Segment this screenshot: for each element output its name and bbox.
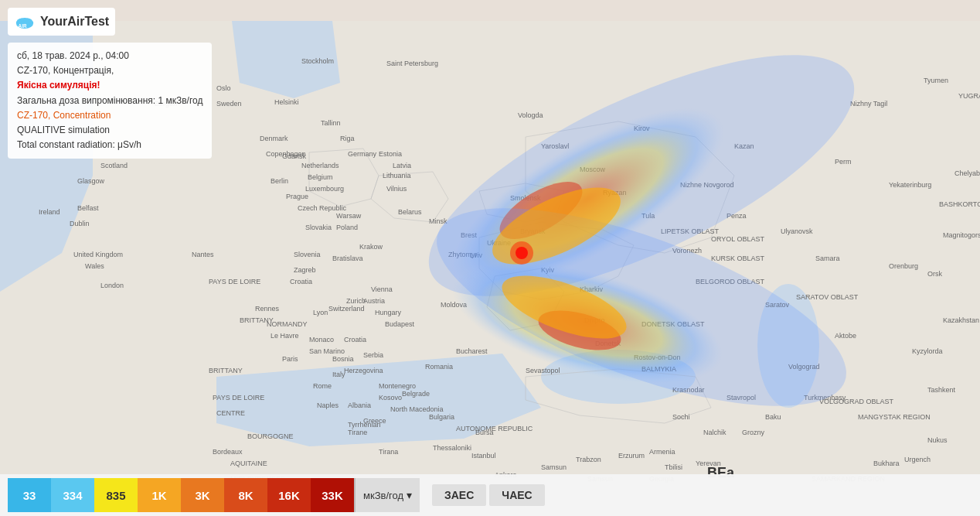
svg-text:Bukhara: Bukhara bbox=[873, 460, 900, 467]
dropdown-icon: ▾ bbox=[407, 489, 412, 501]
logo-text: YourAirTest bbox=[40, 15, 109, 29]
svg-text:KURSK OBLAST: KURSK OBLAST bbox=[711, 255, 765, 262]
info-substance-en: CZ-170, Concentration bbox=[17, 108, 202, 123]
svg-text:Samsun: Samsun bbox=[541, 463, 567, 471]
svg-text:Rennes: Rennes bbox=[255, 305, 280, 313]
svg-text:Croatia: Croatia bbox=[344, 336, 366, 343]
info-radiation: Total constant radiation: μSv/h bbox=[17, 138, 202, 152]
svg-text:Samara: Samara bbox=[815, 255, 840, 262]
svg-text:Yekaterinburg: Yekaterinburg bbox=[889, 181, 931, 189]
svg-text:Denmark: Denmark bbox=[260, 135, 288, 142]
svg-text:London: London bbox=[100, 282, 124, 289]
svg-text:Albania: Albania bbox=[348, 402, 371, 409]
svg-text:Magnitogorsk: Magnitogorsk bbox=[943, 231, 980, 239]
svg-text:Belfast: Belfast bbox=[77, 204, 99, 212]
scale-835[interactable]: 835 bbox=[94, 478, 138, 512]
svg-text:Kazakhstan: Kazakhstan bbox=[943, 316, 979, 324]
unit-selector[interactable]: мкЗв/год ▾ bbox=[354, 478, 420, 512]
svg-text:Dublin: Dublin bbox=[70, 220, 90, 227]
svg-text:Hungary: Hungary bbox=[375, 309, 402, 316]
scale-33k[interactable]: 33K bbox=[311, 478, 354, 512]
svg-text:Grozny: Grozny bbox=[742, 429, 765, 436]
svg-text:Tallinn: Tallinn bbox=[321, 119, 341, 127]
chaes-button[interactable]: ЧАЕС bbox=[489, 484, 544, 506]
svg-text:Slovenia: Slovenia bbox=[294, 251, 321, 258]
svg-text:Thessaloniki: Thessaloniki bbox=[433, 444, 471, 452]
svg-text:Luxembourg: Luxembourg bbox=[305, 185, 344, 193]
svg-text:Tyrrhenian: Tyrrhenian bbox=[348, 421, 381, 429]
svg-text:Scotland: Scotland bbox=[100, 162, 128, 169]
svg-text:Bucharest: Bucharest bbox=[456, 347, 488, 355]
svg-text:Chelyabinsk: Chelyabinsk bbox=[954, 169, 980, 177]
info-datetime: сб, 18 трав. 2024 р., 04:00 bbox=[17, 49, 202, 63]
svg-text:Serbia: Serbia bbox=[363, 351, 383, 359]
svg-text:Kosovo: Kosovo bbox=[379, 394, 402, 402]
svg-text:Urgench: Urgench bbox=[904, 456, 931, 463]
svg-text:Vienna: Vienna bbox=[371, 285, 393, 293]
svg-text:Tirane: Tirane bbox=[348, 429, 367, 436]
svg-text:Budapest: Budapest bbox=[385, 320, 415, 328]
zaes-button[interactable]: ЗАЕС bbox=[432, 484, 486, 506]
cloud-icon: AIR bbox=[14, 11, 36, 32]
scale-33[interactable]: 33 bbox=[8, 478, 51, 512]
svg-text:Montenegro: Montenegro bbox=[379, 382, 416, 390]
svg-text:Saint Petersburg: Saint Petersburg bbox=[386, 60, 438, 67]
svg-text:Italy: Italy bbox=[332, 371, 345, 378]
svg-text:Tirana: Tirana bbox=[379, 448, 398, 456]
svg-text:AQUITAINE: AQUITAINE bbox=[230, 460, 267, 467]
svg-text:Bulgaria: Bulgaria bbox=[429, 413, 454, 421]
svg-text:Orsk: Orsk bbox=[927, 270, 942, 278]
svg-text:MANGYSTAK REGION: MANGYSTAK REGION bbox=[858, 413, 931, 421]
svg-text:Sochi: Sochi bbox=[672, 413, 690, 421]
svg-text:Istanbul: Istanbul bbox=[471, 452, 496, 460]
svg-text:Lithuania: Lithuania bbox=[383, 172, 411, 179]
svg-text:Romania: Romania bbox=[425, 363, 453, 371]
svg-text:North Macedonia: North Macedonia bbox=[390, 405, 444, 413]
svg-text:Zurich: Zurich bbox=[346, 297, 366, 305]
svg-text:Belgrade: Belgrade bbox=[402, 390, 430, 398]
scale-1k[interactable]: 1K bbox=[138, 478, 181, 512]
svg-text:Herzegovina: Herzegovina bbox=[344, 367, 383, 374]
svg-text:Trabzon: Trabzon bbox=[576, 456, 601, 463]
svg-text:Zagreb: Zagreb bbox=[294, 266, 316, 274]
svg-point-169 bbox=[516, 247, 528, 259]
scale-3k[interactable]: 3K bbox=[181, 478, 224, 512]
svg-text:Rome: Rome bbox=[313, 382, 332, 390]
svg-text:Glasgow: Glasgow bbox=[77, 177, 105, 185]
svg-text:Krakow: Krakow bbox=[359, 243, 383, 251]
svg-text:Estonia: Estonia bbox=[379, 150, 402, 158]
svg-text:PAYS DE LOIRE: PAYS DE LOIRE bbox=[209, 278, 260, 285]
scale-334[interactable]: 334 bbox=[51, 478, 94, 512]
svg-text:Bosnia: Bosnia bbox=[332, 355, 354, 363]
svg-text:Monaco: Monaco bbox=[309, 336, 334, 343]
svg-text:PAYS DE LOIRE: PAYS DE LOIRE bbox=[213, 394, 264, 402]
svg-text:San Marino: San Marino bbox=[309, 347, 345, 355]
logo[interactable]: AIR YourAirTest bbox=[8, 8, 115, 36]
svg-text:Poland: Poland bbox=[336, 224, 358, 231]
svg-text:SARATOV OBLAST: SARATOV OBLAST bbox=[796, 293, 859, 301]
svg-text:Slovakia: Slovakia bbox=[305, 224, 332, 231]
svg-text:Perm: Perm bbox=[835, 158, 852, 166]
svg-text:ORYOL OBLAST: ORYOL OBLAST bbox=[711, 235, 765, 243]
scale-8k[interactable]: 8K bbox=[224, 478, 267, 512]
map-container: Moscow Helsinki Tallinn Riga Oslo Stockh… bbox=[0, 0, 980, 516]
svg-text:Switzerland: Switzerland bbox=[328, 305, 365, 313]
scale-16k[interactable]: 16K bbox=[267, 478, 311, 512]
svg-text:Croatia: Croatia bbox=[290, 278, 312, 285]
svg-text:Helsinki: Helsinki bbox=[274, 98, 299, 106]
info-simulation-en: QUALITIVE simulation bbox=[17, 123, 202, 138]
svg-text:Kyzylorda: Kyzylorda bbox=[912, 347, 943, 355]
svg-text:Tbilisi: Tbilisi bbox=[665, 463, 682, 471]
unit-label: мкЗв/год bbox=[363, 490, 403, 501]
svg-text:Bordeaux: Bordeaux bbox=[213, 448, 243, 456]
svg-text:Tyumen: Tyumen bbox=[924, 77, 948, 84]
svg-text:Austria: Austria bbox=[363, 297, 385, 305]
svg-text:Oslo: Oslo bbox=[216, 84, 231, 92]
info-simulation-ua: Якісна симуляція! bbox=[17, 78, 202, 93]
svg-text:Riga: Riga bbox=[340, 135, 355, 142]
bottom-bar: 33 334 835 1K 3K 8K 16K 33K мкЗв/год ▾ З… bbox=[0, 474, 980, 516]
svg-text:Orenburg: Orenburg bbox=[889, 262, 918, 270]
svg-text:Vologda: Vologda bbox=[518, 111, 543, 119]
svg-text:Belgium: Belgium bbox=[308, 173, 333, 181]
svg-text:Nantes: Nantes bbox=[192, 251, 214, 258]
